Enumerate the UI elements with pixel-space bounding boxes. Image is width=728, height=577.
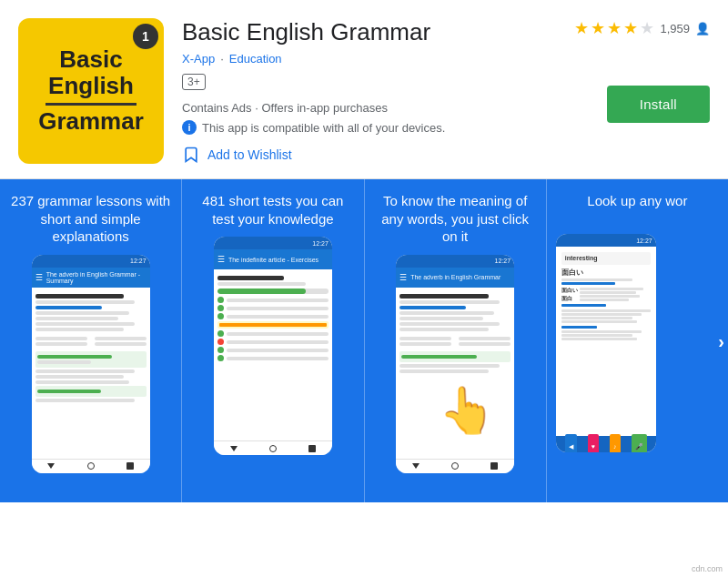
nav-btn-fav: ♥ (588, 434, 599, 452)
app-header: 1 Basic English Grammar Basic English Gr… (0, 0, 728, 179)
phone-mockup-4: 12:27 interesting 面白い 面白い (556, 234, 656, 452)
dict-search-box: interesting (561, 252, 651, 265)
phone-mockup-2: 12:27 ☰ The indefinite article - Exercis… (214, 237, 332, 455)
app-ads-text: Contains Ads · Offers in-app purchases (182, 101, 556, 115)
scroll-right-arrow[interactable]: › (718, 330, 724, 351)
dict-entry-rows: 面白い 面白 (561, 287, 651, 302)
nav-home-3 (451, 462, 459, 470)
wishlist-button[interactable]: Add to Wishlist (182, 146, 292, 164)
star-2: ★ (591, 18, 605, 38)
app-compat-text: This app is compatible with all of your … (202, 121, 445, 135)
wishlist-icon (182, 146, 200, 164)
panel-1-heading: 237 grammar lessons with short and simpl… (0, 179, 181, 255)
install-button[interactable]: Install (607, 86, 710, 123)
app-icon-badge: 1 (133, 24, 158, 49)
phone-nav-bar-2 (214, 440, 332, 455)
screenshot-panel-1: 237 grammar lessons with short and simpl… (0, 179, 182, 502)
hamburger-icon-3: ☰ (399, 273, 407, 282)
phone-toolbar-3: ☰ The adverb in English Grammar (396, 268, 514, 288)
star-3: ★ (607, 18, 622, 38)
app-icon-underline (46, 103, 136, 106)
rating-row: ★ ★ ★ ★ ★ 1,959 👤 (574, 18, 710, 38)
nav-btn-sound: ♪ (610, 434, 621, 452)
phone-mockup-3: 12:27 ☰ The adverb in English Grammar (396, 255, 514, 473)
app-publisher[interactable]: X-App (182, 52, 215, 66)
screenshot-panel-2: 481 short tests you can test your knowle… (182, 179, 364, 502)
nav-recent-3 (490, 462, 498, 470)
phone-bottom-nav-4: ◀ ♥ ♪ 🎤 (556, 436, 656, 452)
phone-status-bar-3: 12:27 (396, 255, 514, 268)
rating-count: 1,959 (660, 22, 690, 35)
watermark: cdn.com (692, 564, 723, 573)
star-rating: ★ ★ ★ ★ ★ (574, 18, 654, 38)
toolbar-title-2: The indefinite article - Exercises (228, 257, 329, 263)
app-icon-line2: English (48, 73, 134, 99)
star-4: ★ (623, 18, 638, 38)
app-title: Basic English Grammar (182, 18, 556, 46)
app-meta-separator: · (220, 52, 224, 66)
star-5: ★ (640, 18, 654, 38)
app-icon-line1: Basic (59, 46, 122, 73)
phone-content-1 (32, 288, 150, 459)
hamburger-icon-1: ☰ (35, 273, 43, 282)
nav-recent-1 (126, 462, 134, 470)
toolbar-title-3: The adverb in English Grammar (410, 274, 511, 280)
nav-back-3 (412, 463, 420, 469)
dict-search-word: interesting (565, 254, 598, 263)
screenshot-panel-4: Look up any wor 12:27 interesting 面白い (547, 179, 728, 502)
user-icon: 👤 (695, 22, 710, 35)
phone-mockup-1: 12:27 ☰ The adverb in English Grammar - … (32, 255, 150, 473)
nav-home-2 (269, 445, 277, 452)
nav-recent-2 (308, 445, 316, 452)
age-rating-badge: 3+ (182, 74, 206, 90)
panel-3-heading: To know the meaning of any words, you ju… (365, 179, 546, 255)
panel-4-heading: Look up any wor (576, 179, 698, 234)
hamburger-icon-2: ☰ (217, 255, 225, 264)
phone-toolbar-2: ☰ The indefinite article - Exercises (214, 249, 332, 269)
phone-status-bar-2: 12:27 (214, 237, 332, 249)
dict-entry-kanji: 面白い (561, 268, 651, 285)
phone-status-bar-1: 12:27 (32, 255, 150, 268)
nav-home-1 (87, 462, 95, 470)
nav-back-2 (230, 446, 238, 451)
app-info: Basic English Grammar X-App · Education … (182, 18, 556, 164)
app-icon-wrapper: 1 Basic English Grammar (18, 18, 164, 164)
nav-back-1 (47, 463, 55, 469)
phone-content-3 (396, 288, 514, 459)
nav-btn-mic: 🎤 (632, 434, 647, 452)
nav-btn-back: ◀ (565, 434, 577, 452)
install-area: ★ ★ ★ ★ ★ 1,959 👤 Install (574, 18, 710, 123)
toolbar-title-1: The adverb in English Grammar - Summary (46, 271, 147, 284)
app-compat-row: i This app is compatible with all of you… (182, 120, 556, 135)
screenshots-section: 237 grammar lessons with short and simpl… (0, 179, 728, 502)
phone-content-4: interesting 面白い 面白い 面白 (556, 247, 656, 436)
app-icon-line3: Grammar (38, 107, 144, 136)
phone-nav-bar-3 (396, 459, 514, 473)
phone-toolbar-1: ☰ The adverb in English Grammar - Summar… (32, 268, 150, 288)
phone-content-2 (214, 269, 332, 440)
phone-status-bar-4: 12:27 (556, 234, 656, 247)
phone-nav-bar-1 (32, 459, 150, 473)
compat-icon: i (182, 120, 197, 135)
panel-2-heading: 481 short tests you can test your knowle… (182, 179, 363, 237)
app-category[interactable]: Education (229, 52, 282, 66)
dict-entry-3 (561, 330, 651, 340)
screenshot-panel-3: To know the meaning of any words, you ju… (365, 179, 547, 502)
app-icon: 1 Basic English Grammar (18, 18, 164, 164)
wishlist-label: Add to Wishlist (207, 147, 292, 162)
app-meta: X-App · Education (182, 52, 556, 66)
dict-entry-2 (561, 309, 651, 324)
star-1: ★ (574, 18, 589, 38)
